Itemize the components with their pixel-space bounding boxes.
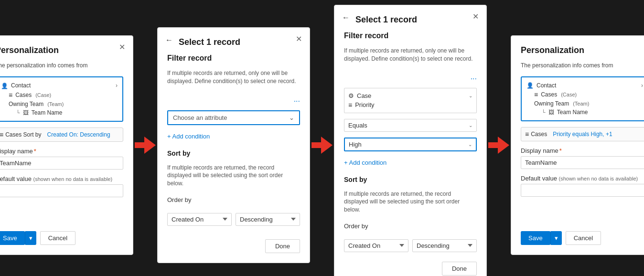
filter-record-title-1: Filter record bbox=[167, 54, 300, 63]
display-name-section-4: Display name* bbox=[521, 147, 644, 169]
cancel-button-4[interactable]: Cancel bbox=[566, 231, 601, 245]
save-button-4[interactable]: Save bbox=[521, 231, 550, 245]
done-button-2[interactable]: Done bbox=[442, 262, 477, 276]
display-name-label-4: Display name* bbox=[521, 147, 644, 154]
team-name-row-4: └ 🖼 Team Name bbox=[526, 108, 643, 117]
save-button-group-4: Save ▾ bbox=[521, 231, 562, 245]
expand-arrow-4[interactable]: › bbox=[641, 82, 643, 89]
attribute-placeholder-1: Choose an attribute bbox=[173, 114, 227, 121]
contact-row-4: Contact › bbox=[526, 81, 643, 90]
display-name-label: Display name* bbox=[0, 148, 123, 155]
hamburger-icon-4 bbox=[534, 91, 538, 98]
order-row-2: Created On Descending bbox=[344, 239, 477, 252]
equals-chevron: ⌄ bbox=[469, 123, 472, 128]
sort-by-desc-2: If multiple records are returned, the re… bbox=[344, 190, 477, 214]
info-box-1: Contact › Cases (Case) Owning Team (Team… bbox=[0, 76, 123, 122]
default-value-input[interactable] bbox=[0, 184, 123, 197]
more-options-2[interactable]: ... bbox=[344, 73, 477, 81]
add-condition-label-1: + Add condition bbox=[167, 133, 210, 140]
case-entity-chevron[interactable]: ⌄ bbox=[469, 93, 472, 98]
person-icon-4 bbox=[526, 82, 534, 89]
close-button-3[interactable]: ✕ bbox=[472, 13, 479, 21]
sort-by-title-2: Sort by bbox=[344, 176, 477, 183]
cases-row-4: Cases (Case) bbox=[526, 90, 643, 99]
case-attribute-label: Priority bbox=[355, 101, 374, 108]
case-entity-label: Case bbox=[357, 92, 371, 99]
sort-by-title-1: Sort by bbox=[167, 149, 300, 157]
contact-label: Contact bbox=[11, 82, 31, 89]
filter-prefix-1: Cases Sort by bbox=[5, 131, 41, 138]
chevron-down-icon-1: ⌄ bbox=[289, 114, 294, 121]
equals-label: Equals bbox=[348, 122, 367, 129]
display-name-section: Display name* bbox=[0, 148, 123, 170]
required-star-1: * bbox=[34, 148, 36, 155]
save-dropdown-button-4[interactable]: ▾ bbox=[550, 231, 562, 245]
more-options-1[interactable]: ... bbox=[167, 95, 300, 104]
cases-paren: (Case) bbox=[35, 92, 51, 98]
filter-link-4[interactable]: Priority equals High, +1 bbox=[553, 131, 612, 138]
cases-filter-bar-1[interactable]: Cases Sort by Created On: Descending bbox=[0, 127, 123, 142]
personalization-panel-2: ✕ Personalization The personalization in… bbox=[511, 35, 644, 255]
high-chevron: ⌄ bbox=[468, 142, 472, 147]
owning-team-row: Owning Team (Team) bbox=[1, 100, 118, 108]
hamburger-icon-1 bbox=[9, 91, 12, 99]
high-label: High bbox=[349, 141, 362, 148]
arrow-2 bbox=[310, 137, 334, 154]
select-record-panel-2: ← Select 1 record ✕ Filter record If mul… bbox=[334, 5, 487, 276]
default-value-label: Default value (shown when no data is ava… bbox=[0, 175, 123, 182]
button-row-4: Save ▾ Cancel bbox=[521, 227, 644, 245]
filter-hamburger-4 bbox=[525, 130, 529, 138]
select-panel2-title: Select 1 record bbox=[344, 15, 477, 25]
filter-record-desc-1: If multiple records are returned, only o… bbox=[167, 69, 300, 85]
default-value-label-4: Default value (shown when no data is ava… bbox=[521, 175, 644, 182]
filter-hamburger-1 bbox=[0, 131, 3, 138]
team-name-label: Team Name bbox=[32, 109, 63, 116]
done-button-1[interactable]: Done bbox=[265, 239, 300, 253]
expand-arrow-1[interactable]: › bbox=[116, 82, 118, 89]
save-button-1[interactable]: Save bbox=[0, 231, 25, 245]
back-button-2[interactable]: ← bbox=[342, 14, 350, 21]
add-condition-2[interactable]: + Add condition bbox=[344, 157, 477, 168]
cases-label-4: Cases bbox=[541, 91, 557, 98]
order-by-select-1[interactable]: Created On bbox=[167, 213, 232, 226]
cancel-button-1[interactable]: Cancel bbox=[40, 231, 75, 245]
order-by-label-2: Order by bbox=[344, 223, 477, 230]
panel4-info-label: The personalization info comes from bbox=[521, 62, 644, 69]
high-dropdown[interactable]: High ⌄ bbox=[344, 138, 477, 151]
default-value-section: Default value (shown when no data is ava… bbox=[0, 175, 123, 197]
owning-team-label-4: Owning Team bbox=[534, 100, 569, 107]
panel4-title: Personalization bbox=[521, 45, 644, 55]
save-dropdown-button-1[interactable]: ▾ bbox=[25, 231, 36, 245]
default-value-input-4[interactable] bbox=[521, 184, 644, 197]
default-value-section-4: Default value (shown when no data is ava… bbox=[521, 175, 644, 197]
display-name-input-4[interactable] bbox=[521, 156, 644, 169]
contact-row: Contact › bbox=[1, 81, 118, 90]
personalization-panel-1: ✕ Personalization The personalization in… bbox=[0, 35, 133, 255]
gear-icon-1 bbox=[348, 92, 354, 99]
person-icon bbox=[1, 82, 8, 89]
cases-filter-bar-4[interactable]: Cases Priority equals High, +1 bbox=[521, 127, 644, 141]
case-filter-box: Case ⌄ Priority bbox=[344, 88, 477, 113]
case-attr-row: Priority bbox=[348, 100, 472, 110]
attribute-dropdown-1[interactable]: Choose an attribute ⌄ bbox=[167, 110, 300, 125]
arrow-1 bbox=[133, 137, 157, 154]
equals-dropdown[interactable]: Equals ⌄ bbox=[344, 119, 477, 132]
cases-label: Cases bbox=[15, 92, 32, 98]
filter-record-desc-2: If multiple records are returned, only o… bbox=[344, 47, 477, 63]
order-by-select-2[interactable]: Created On bbox=[344, 239, 408, 252]
filter-link-1[interactable]: Created On: Descending bbox=[47, 131, 110, 138]
close-button-1[interactable]: ✕ bbox=[119, 43, 125, 51]
order-direction-select-2[interactable]: Descending bbox=[412, 239, 477, 252]
cases-row: Cases (Case) bbox=[1, 90, 118, 100]
back-button-1[interactable]: ← bbox=[165, 36, 173, 44]
close-button-2[interactable]: ✕ bbox=[296, 35, 302, 43]
hamburger-icon-2 bbox=[348, 101, 352, 109]
team-name-label-4: Team Name bbox=[557, 109, 588, 116]
add-condition-1[interactable]: + Add condition bbox=[167, 131, 300, 142]
order-direction-select-1[interactable]: Descending bbox=[236, 213, 300, 226]
arrow-3 bbox=[487, 137, 511, 154]
display-name-input[interactable] bbox=[0, 157, 123, 170]
sort-by-desc-1: If multiple records are returned, the re… bbox=[167, 164, 300, 188]
info-box-4: Contact › Cases (Case) Owning Team (Team… bbox=[521, 76, 644, 121]
filter-prefix-4: Cases bbox=[531, 131, 547, 138]
